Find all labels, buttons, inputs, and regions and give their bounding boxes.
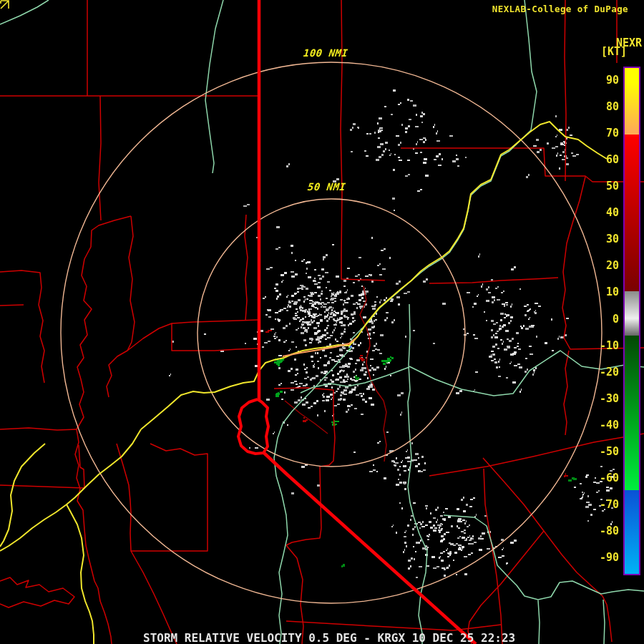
colorbar-tick--10: -10: [590, 339, 619, 352]
highway-line: [141, 345, 349, 429]
lake-tahoe-outline: [238, 399, 268, 454]
product-caption: STORM RELATIVE VELOCITY 0.5 DEG - KRGX 1…: [143, 631, 515, 644]
colorbar-tick-90: 90: [590, 74, 619, 87]
county-boundary: [127, 323, 238, 351]
county-boundary: [0, 270, 44, 383]
river-line: [349, 0, 537, 348]
colorbar-tick-60: 60: [590, 153, 619, 166]
county-boundary: [172, 321, 238, 323]
county-boundary: [483, 458, 612, 642]
cod-logo-icon: [0, 0, 9, 9]
colorbar-tick-50: 50: [590, 180, 619, 192]
velocity-colorbar: [623, 67, 640, 575]
county-boundary: [0, 577, 74, 608]
radar-display: 9080706050403020100-10-20-30-40-50-60-70…: [0, 0, 644, 644]
county-boundary: [341, 0, 385, 280]
river-line: [603, 600, 605, 644]
colorbar-tick-80: 80: [590, 100, 619, 113]
state-border: [264, 453, 476, 644]
county-boundary: [131, 551, 177, 644]
county-boundary: [238, 320, 258, 321]
colorbar-tick--60: -60: [590, 472, 619, 484]
highway-line: [349, 122, 607, 346]
range-ring-label-50nmi: 50 NMI: [307, 181, 346, 192]
range-ring-label-100nmi: 100 NMI: [303, 47, 348, 59]
highway-line: [67, 504, 94, 644]
county-boundary: [564, 351, 569, 435]
range-ring: [197, 199, 465, 467]
county-boundary: [0, 428, 77, 430]
county-boundary: [117, 444, 208, 551]
county-boundary: [0, 305, 24, 306]
page-title: NEXLAB-College of DuPage: [492, 4, 628, 14]
colorbar-tick--20: -20: [590, 366, 619, 379]
county-boundary: [285, 401, 328, 434]
colorbar-tick-40: 40: [590, 206, 619, 219]
county-boundary: [286, 545, 303, 644]
county-boundary: [99, 96, 101, 220]
colorbar-tick--90: -90: [590, 551, 619, 564]
colorbar-tick--80: -80: [590, 525, 619, 537]
highway-line: [0, 444, 45, 547]
colorbar-tick--40: -40: [590, 419, 619, 431]
units-label: [KT]: [601, 45, 627, 58]
river-line: [205, 0, 223, 173]
county-boundary: [107, 216, 135, 397]
county-boundary: [565, 0, 566, 181]
county-boundary: [360, 286, 386, 462]
county-boundary: [0, 445, 84, 488]
colorbar-tick--70: -70: [590, 498, 619, 511]
colorbar-tick-20: 20: [590, 259, 619, 272]
river-line: [538, 600, 540, 644]
colorbar-tick-0: 0: [590, 313, 619, 326]
colorbar-tick-10: 10: [590, 286, 619, 298]
highway-line: [0, 429, 141, 551]
county-boundary: [238, 348, 258, 349]
county-boundary: [484, 469, 502, 644]
colorbar-tick-30: 30: [590, 233, 619, 245]
range-ring: [61, 62, 602, 603]
colorbar-tick-70: 70: [590, 127, 619, 140]
colorbar-tick--30: -30: [590, 392, 619, 405]
county-boundary: [75, 216, 131, 644]
county-boundary: [429, 278, 558, 283]
colorbar-tick--50: -50: [590, 445, 619, 458]
map-overlay-layer: [0, 0, 644, 644]
